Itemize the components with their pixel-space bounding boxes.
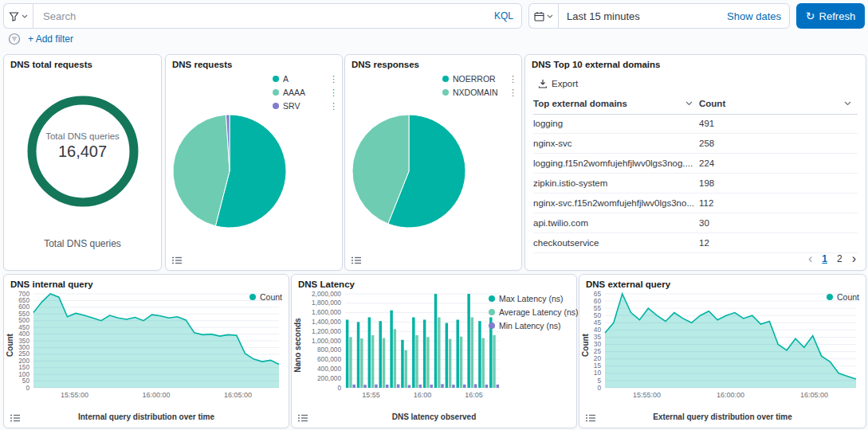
- legend-label: Average Latency (ns): [499, 307, 579, 317]
- svg-text:5: 5: [597, 377, 601, 385]
- refresh-label: Refresh: [819, 10, 856, 22]
- legend-item[interactable]: A⋮: [273, 74, 338, 84]
- legend-dot: [827, 294, 833, 300]
- chart-legend: Count: [827, 292, 859, 302]
- svg-text:1,200,000: 1,200,000: [312, 327, 341, 335]
- legend-item[interactable]: Count: [827, 292, 859, 302]
- svg-text:35: 35: [594, 333, 602, 341]
- search-box: KQL: [33, 3, 522, 29]
- legend-toggle-icon[interactable]: [10, 412, 21, 424]
- add-filter-link[interactable]: + Add filter: [28, 33, 73, 45]
- legend-menu-icon[interactable]: ⋮: [326, 88, 338, 97]
- svg-text:1,800,000: 1,800,000: [312, 299, 341, 307]
- legend-item[interactable]: Min Latency (ns): [489, 321, 571, 330]
- legend-toggle-icon[interactable]: [585, 412, 596, 424]
- filter-options-icon[interactable]: [8, 33, 21, 45]
- svg-text:15:55: 15:55: [362, 391, 380, 399]
- x-axis-title: DNS latency observed: [292, 412, 576, 421]
- area-chart: 0510152025303540455055606515:55:0016:00:…: [581, 289, 864, 401]
- svg-text:800,000: 800,000: [317, 346, 341, 354]
- legend-item[interactable]: AAAA⋮: [273, 88, 338, 97]
- svg-text:20: 20: [594, 354, 602, 362]
- prev-page-button[interactable]: ‹: [808, 252, 812, 265]
- domain-cell: logging: [533, 119, 699, 128]
- area-chart: 0501001502002503003504004505005506006507…: [6, 289, 287, 401]
- gauge-center-text: Total DNS queries 16,407: [4, 131, 161, 161]
- saved-query-menu-button[interactable]: [3, 3, 33, 29]
- count-cell: 224: [699, 158, 858, 168]
- time-range-value[interactable]: Last 15 minutes: [567, 10, 640, 22]
- legend-dot: [489, 295, 495, 302]
- chart-legend: NOERROR⋮NXDOMAIN⋮: [442, 74, 517, 97]
- legend-toggle-icon[interactable]: [297, 412, 308, 424]
- svg-text:40: 40: [594, 326, 602, 334]
- search-input[interactable]: [41, 10, 494, 23]
- svg-text:10: 10: [594, 369, 602, 377]
- page-button-2[interactable]: 2: [837, 253, 842, 264]
- count-cell: 491: [699, 119, 858, 128]
- search-group: KQL: [3, 3, 522, 29]
- panel-dns-latency: DNS Latency Max Latency (ns)Average Late…: [291, 274, 577, 428]
- domain-cell: logging.f15n2womfujehfjlwv0lgs3nog....: [533, 158, 699, 168]
- panel-title: DNS total requests: [10, 60, 92, 69]
- refresh-icon: ↻: [806, 10, 815, 22]
- show-dates-link[interactable]: Show dates: [727, 10, 781, 22]
- calendar-menu-button[interactable]: [528, 3, 558, 29]
- legend-menu-icon[interactable]: ⋮: [505, 75, 517, 84]
- legend-label: Count: [837, 292, 859, 302]
- legend-menu-icon[interactable]: ⋮: [326, 102, 338, 111]
- svg-text:700: 700: [18, 290, 29, 298]
- legend-toggle-icon[interactable]: [351, 255, 362, 266]
- legend-item[interactable]: SRV⋮: [273, 101, 338, 111]
- column-header-domains[interactable]: Top external domains: [533, 93, 699, 114]
- panel-dns-internal-query: DNS internal query Count Count 050100150…: [3, 274, 289, 428]
- panel-dns-top-external-domains: DNS Top 10 external domains Export Top e…: [524, 54, 866, 271]
- page-button-1[interactable]: 1: [822, 253, 827, 264]
- svg-text:1,400,000: 1,400,000: [312, 318, 341, 326]
- legend-dot: [442, 76, 449, 82]
- legend-toggle-icon[interactable]: [171, 255, 183, 266]
- svg-text:30: 30: [594, 340, 602, 348]
- legend-dot: [273, 103, 279, 109]
- panel-dns-total-requests: DNS total requests Total DNS queries 16,…: [3, 54, 162, 271]
- legend-menu-icon[interactable]: ⋮: [505, 88, 517, 97]
- table-row: logging491: [533, 114, 858, 134]
- table-row: checkoutservice12: [533, 233, 858, 253]
- export-button[interactable]: Export: [538, 79, 578, 88]
- next-page-button[interactable]: ›: [852, 252, 856, 265]
- x-axis-title: External query distribution over time: [579, 412, 866, 421]
- sort-chevron-icon: [685, 101, 693, 106]
- pie-chart: [171, 112, 289, 230]
- column-header-count[interactable]: Count: [699, 93, 858, 114]
- pie-chart: [350, 112, 468, 230]
- legend-menu-icon[interactable]: ⋮: [326, 75, 338, 84]
- legend-item[interactable]: NXDOMAIN⋮: [442, 88, 517, 97]
- legend-item[interactable]: NOERROR⋮: [442, 74, 517, 84]
- legend-dot: [273, 89, 279, 96]
- table-row: zipkin.istio-system198: [533, 174, 858, 194]
- legend-item[interactable]: Average Latency (ns): [489, 307, 571, 317]
- column-label: Top external domains: [533, 99, 627, 108]
- legend-item[interactable]: Count: [249, 292, 282, 302]
- chart-legend: Max Latency (ns)Average Latency (ns)Min …: [489, 294, 571, 330]
- svg-text:0: 0: [597, 384, 601, 392]
- pagination: ‹ 12 ›: [808, 252, 856, 265]
- download-icon: [538, 79, 548, 88]
- table-row: nginx-svc.f15n2womfujehfjlwv0lgs3no...11…: [533, 194, 858, 213]
- chart-legend: Count: [249, 292, 282, 302]
- query-bar: KQL Last 15 minutes Show dates ↻ Refresh: [3, 3, 865, 29]
- panel-title: DNS requests: [172, 60, 232, 69]
- panel-title: DNS Latency: [298, 280, 355, 289]
- legend-label: Count: [260, 292, 282, 302]
- domain-cell: api.twilio.com: [533, 218, 699, 228]
- refresh-button[interactable]: ↻ Refresh: [796, 3, 865, 29]
- legend-dot: [489, 309, 495, 315]
- time-range-field: Last 15 minutes Show dates: [558, 3, 790, 29]
- svg-text:16:05:00: 16:05:00: [224, 391, 252, 399]
- legend-item[interactable]: Max Latency (ns): [489, 294, 571, 303]
- x-axis-title: Internal query distribution over time: [4, 412, 289, 421]
- svg-text:16:05:00: 16:05:00: [800, 391, 828, 399]
- legend-label: Max Latency (ns): [499, 294, 564, 303]
- kql-selector[interactable]: KQL: [494, 10, 513, 22]
- legend-label: SRV: [283, 101, 300, 111]
